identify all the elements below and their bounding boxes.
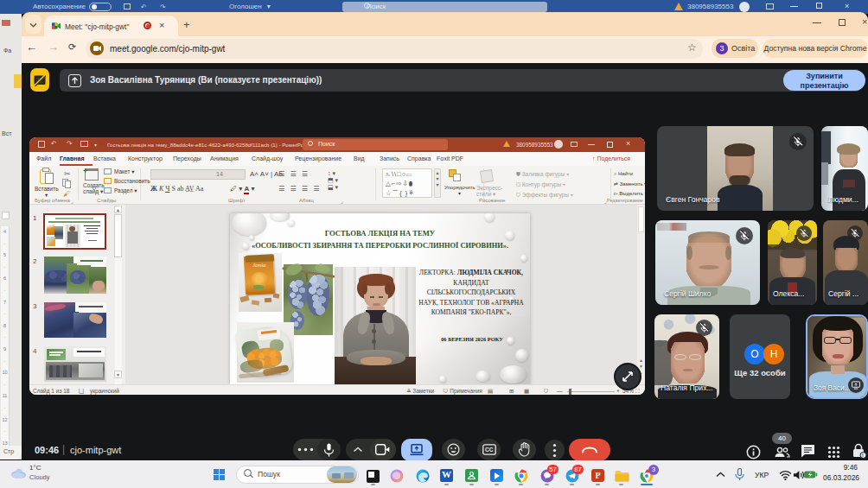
svg-text:CC: CC bbox=[485, 447, 494, 453]
